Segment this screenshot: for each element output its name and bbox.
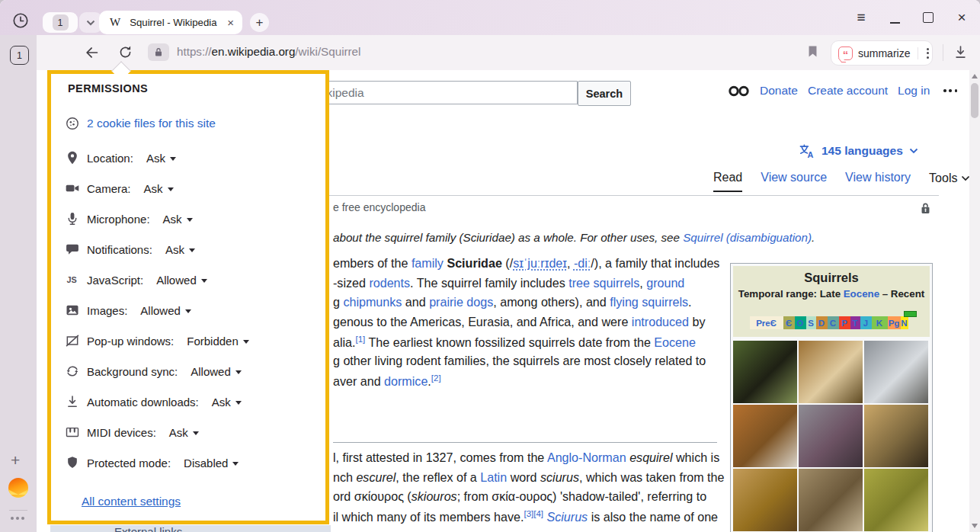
- browser-window: 1 W Squirrel - Wikipedia × + ≡ × 1 + htt…: [0, 0, 980, 532]
- downloads-icon[interactable]: [953, 44, 969, 60]
- squirrel-photo[interactable]: [733, 405, 797, 467]
- cookie-files-link[interactable]: 2 cookie files for this site: [87, 117, 216, 130]
- summarize-label[interactable]: summarize: [858, 47, 910, 59]
- site-security-chip[interactable]: [148, 43, 169, 61]
- timeline-period-C[interactable]: C: [828, 316, 839, 329]
- timeline-period-S[interactable]: S: [806, 316, 816, 329]
- summarize-more-icon[interactable]: [927, 48, 929, 59]
- maximize-button[interactable]: [914, 0, 942, 35]
- timeline-period-PreЄ[interactable]: PreЄ: [750, 316, 783, 329]
- permission-value-dropdown[interactable]: Allowed: [191, 365, 242, 378]
- wiki-link[interactable]: flying squirrels: [610, 295, 688, 309]
- wiki-link[interactable]: rodents: [369, 276, 410, 290]
- timeline-period-Є[interactable]: Є: [783, 316, 795, 329]
- caret-down-icon: [187, 218, 193, 222]
- appearance-glasses-icon[interactable]: [729, 85, 749, 97]
- squirrel-photo[interactable]: [799, 341, 863, 403]
- wiki-link[interactable]: Squirrel (disambiguation): [683, 231, 812, 244]
- summarize-pill[interactable]: “ summarize: [831, 40, 933, 66]
- javascript-icon: [65, 272, 80, 287]
- timeline-period-N[interactable]: N: [901, 316, 908, 329]
- squirrel-photo[interactable]: [799, 469, 863, 531]
- scrollbar-thumb[interactable]: [971, 83, 978, 118]
- wiki-link[interactable]: prairie dogs: [429, 295, 493, 309]
- reference-link[interactable]: [2]: [431, 373, 441, 383]
- wiki-link[interactable]: Sciurus: [547, 510, 588, 524]
- permission-value-dropdown[interactable]: Ask: [144, 182, 174, 195]
- languages-selector[interactable]: A 145 languages: [799, 143, 918, 159]
- back-icon[interactable]: [84, 44, 101, 61]
- timeline-period-J[interactable]: J: [860, 316, 872, 329]
- timeline-period-D[interactable]: D: [816, 316, 828, 329]
- personal-more-icon[interactable]: [943, 89, 957, 92]
- permission-label: Location:: [87, 152, 133, 165]
- browser-menu-icon[interactable]: ≡: [847, 0, 875, 35]
- page-scrollbar[interactable]: [969, 70, 980, 532]
- wiki-link[interactable]: introduced: [632, 315, 689, 328]
- wiki-link[interactable]: sɪˈjuːrɪdeɪ: [513, 256, 567, 270]
- page-protection-lock-icon[interactable]: [919, 201, 932, 216]
- wiki-link[interactable]: chipmunks: [343, 295, 402, 309]
- scroll-up-icon[interactable]: [972, 74, 978, 79]
- bookmark-icon[interactable]: [806, 44, 819, 59]
- wiki-link[interactable]: family: [412, 256, 444, 270]
- personal-link-donate[interactable]: Donate: [760, 84, 798, 98]
- timeline-period-P[interactable]: P: [839, 316, 850, 329]
- timeline-period-O[interactable]: O: [795, 316, 806, 329]
- sidebar-more-icon[interactable]: [11, 517, 24, 520]
- wiki-link[interactable]: dormice: [384, 374, 428, 388]
- squirrel-photo[interactable]: [864, 341, 928, 403]
- personal-link-create-account[interactable]: Create account: [808, 84, 888, 98]
- reload-icon[interactable]: [117, 44, 133, 60]
- wiki-search-button[interactable]: Search: [578, 81, 631, 106]
- permission-value-dropdown[interactable]: Ask: [165, 243, 195, 256]
- personal-link-log-in[interactable]: Log in: [898, 84, 930, 98]
- permission-value-dropdown[interactable]: Disabled: [184, 457, 239, 470]
- permission-value-dropdown[interactable]: Ask: [146, 152, 176, 165]
- all-content-settings-link[interactable]: All content settings: [82, 495, 181, 508]
- wiki-link[interactable]: -diː: [574, 256, 591, 270]
- tab-close-icon[interactable]: ×: [227, 17, 234, 28]
- timeline-period-T[interactable]: T: [850, 316, 860, 329]
- tab-tools[interactable]: Tools: [929, 171, 970, 192]
- wiki-link[interactable]: Latin: [480, 470, 507, 484]
- tab-read[interactable]: Read: [713, 171, 742, 192]
- permission-value-dropdown[interactable]: Allowed: [156, 274, 207, 287]
- timeline-period-Pg[interactable]: Pg: [888, 316, 901, 329]
- wiki-link[interactable]: tree squirrels: [568, 276, 639, 290]
- timeline-period-K[interactable]: K: [872, 316, 888, 329]
- permission-value-dropdown[interactable]: Forbidden: [187, 335, 249, 348]
- wiki-link[interactable]: Eocene: [654, 335, 696, 349]
- tab-group-chip[interactable]: 1: [43, 12, 78, 33]
- reference-link[interactable]: [3][4]: [524, 509, 543, 518]
- reference-link[interactable]: [1]: [356, 335, 366, 344]
- squirrel-photo[interactable]: [733, 469, 797, 531]
- window-close-button[interactable]: ×: [948, 0, 975, 35]
- new-tab-button[interactable]: +: [250, 13, 269, 32]
- permission-value-dropdown[interactable]: Allowed: [140, 304, 191, 317]
- tab-view-history[interactable]: View history: [845, 171, 911, 192]
- permission-value-dropdown[interactable]: Ask: [212, 396, 242, 409]
- permission-value-dropdown[interactable]: Ask: [169, 426, 199, 439]
- mail-app-icon[interactable]: [8, 478, 28, 498]
- squirrel-photo[interactable]: [799, 405, 863, 467]
- sidebar-add-icon[interactable]: +: [11, 451, 20, 470]
- wiki-link[interactable]: Eocene: [844, 288, 879, 300]
- workspace-badge[interactable]: 1: [10, 46, 29, 65]
- wiki-link[interactable]: Anglo-Norman: [547, 450, 626, 464]
- toc-item-external-links[interactable]: External links: [50, 525, 331, 532]
- address-url[interactable]: https://en.wikipedia.org/wiki/Squirrel: [177, 45, 360, 58]
- minimize-button[interactable]: [881, 0, 908, 35]
- wiki-link[interactable]: ground: [646, 276, 684, 290]
- tab-squirrel-wikipedia[interactable]: W Squirrel - Wikipedia ×: [99, 11, 242, 34]
- squirrel-photo[interactable]: [864, 469, 928, 531]
- squirrel-photo[interactable]: [733, 341, 797, 403]
- download-arrow-icon: [65, 394, 80, 409]
- history-clock-icon[interactable]: [12, 12, 29, 29]
- permission-value-dropdown[interactable]: Ask: [163, 213, 193, 226]
- squirrel-photo[interactable]: [864, 405, 928, 467]
- scroll-down-icon[interactable]: [972, 524, 978, 528]
- permission-row-popups: Pop-up windows:Forbidden: [65, 332, 249, 349]
- languages-label[interactable]: 145 languages: [821, 144, 903, 158]
- tab-view-source[interactable]: View source: [761, 171, 827, 192]
